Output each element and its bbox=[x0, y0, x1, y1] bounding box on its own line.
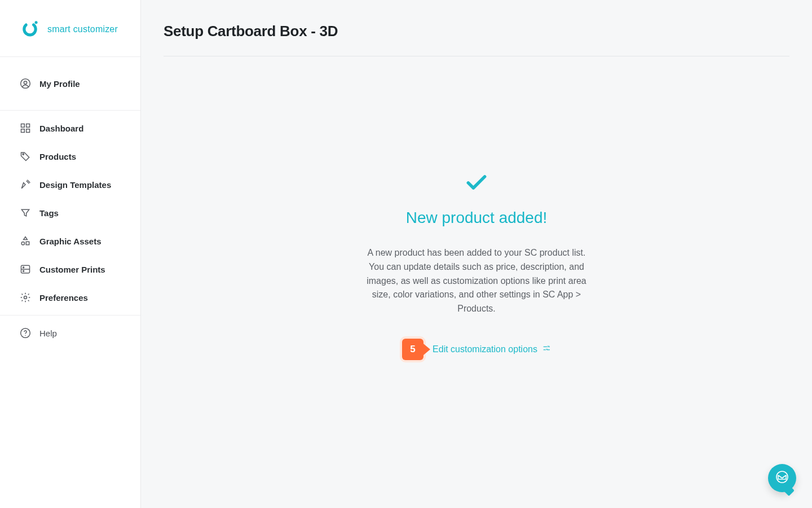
sidebar-item-label: Preferences bbox=[39, 293, 88, 303]
brand-name: smart customizer bbox=[47, 24, 118, 34]
cta-row: 5 Edit customization options bbox=[402, 339, 551, 360]
edit-customization-link[interactable]: Edit customization options bbox=[433, 344, 551, 355]
svg-point-16 bbox=[25, 335, 26, 336]
svg-point-13 bbox=[23, 270, 24, 271]
page-title: Setup Cartboard Box - 3D bbox=[164, 23, 789, 40]
dashboard-icon bbox=[19, 122, 32, 134]
step-number: 5 bbox=[410, 344, 415, 355]
brand-logo-icon bbox=[20, 19, 39, 40]
success-panel: New product added! A new product has bee… bbox=[164, 169, 789, 360]
svg-point-9 bbox=[21, 242, 24, 245]
sidebar-item-label: Design Templates bbox=[39, 180, 111, 190]
sidebar-item-label: Products bbox=[39, 152, 76, 161]
right-edge-fade bbox=[789, 0, 812, 508]
svg-rect-6 bbox=[21, 129, 25, 133]
sidebar-item-label: My Profile bbox=[39, 79, 80, 89]
sidebar-item-label: Tags bbox=[39, 208, 59, 218]
title-divider bbox=[164, 56, 789, 56]
user-icon bbox=[19, 77, 32, 90]
svg-rect-7 bbox=[27, 129, 30, 133]
sidebar-item-tags[interactable]: Tags bbox=[0, 199, 140, 227]
filter-icon bbox=[19, 207, 32, 219]
svg-rect-4 bbox=[21, 124, 25, 128]
mail-icon bbox=[775, 470, 789, 486]
sidebar-item-label: Help bbox=[39, 329, 57, 338]
brand-row: smart customizer bbox=[0, 0, 140, 56]
tag-icon bbox=[19, 150, 32, 163]
svg-rect-5 bbox=[27, 124, 30, 128]
sliders-icon bbox=[542, 344, 551, 355]
svg-point-14 bbox=[24, 296, 27, 299]
design-icon bbox=[19, 178, 32, 191]
sidebar-item-label: Dashboard bbox=[39, 124, 83, 133]
sidebar-item-dashboard[interactable]: Dashboard bbox=[0, 114, 140, 142]
check-icon bbox=[464, 169, 489, 196]
sidebar-item-customer-prints[interactable]: Customer Prints bbox=[0, 255, 140, 283]
svg-point-1 bbox=[35, 21, 38, 24]
svg-point-3 bbox=[24, 81, 27, 84]
sidebar-item-my-profile[interactable]: My Profile bbox=[0, 69, 140, 98]
chat-launcher-button[interactable] bbox=[768, 464, 796, 492]
shapes-icon bbox=[19, 235, 32, 247]
step-badge: 5 bbox=[402, 339, 423, 360]
sidebar-item-graphic-assets[interactable]: Graphic Assets bbox=[0, 227, 140, 255]
sidebar-item-design-templates[interactable]: Design Templates bbox=[0, 170, 140, 199]
svg-point-8 bbox=[23, 154, 24, 155]
gear-icon bbox=[19, 291, 32, 304]
svg-rect-10 bbox=[26, 242, 29, 244]
success-body: A new product has been added to your SC … bbox=[361, 246, 592, 316]
svg-point-12 bbox=[23, 267, 24, 268]
sidebar-item-products[interactable]: Products bbox=[0, 142, 140, 170]
sidebar-item-label: Customer Prints bbox=[39, 265, 105, 274]
sidebar-item-preferences[interactable]: Preferences bbox=[0, 283, 140, 312]
main-area: Setup Cartboard Box - 3D New product add… bbox=[141, 0, 812, 508]
cta-link-label: Edit customization options bbox=[433, 344, 537, 354]
svg-point-2 bbox=[21, 79, 30, 89]
sidebar: smart customizer My Profile Dashboard Pr… bbox=[0, 0, 141, 508]
prints-icon bbox=[19, 263, 32, 275]
help-icon bbox=[19, 327, 32, 339]
sidebar-item-help[interactable]: Help bbox=[0, 319, 140, 347]
sidebar-item-label: Graphic Assets bbox=[39, 237, 102, 246]
success-title: New product added! bbox=[406, 209, 548, 227]
